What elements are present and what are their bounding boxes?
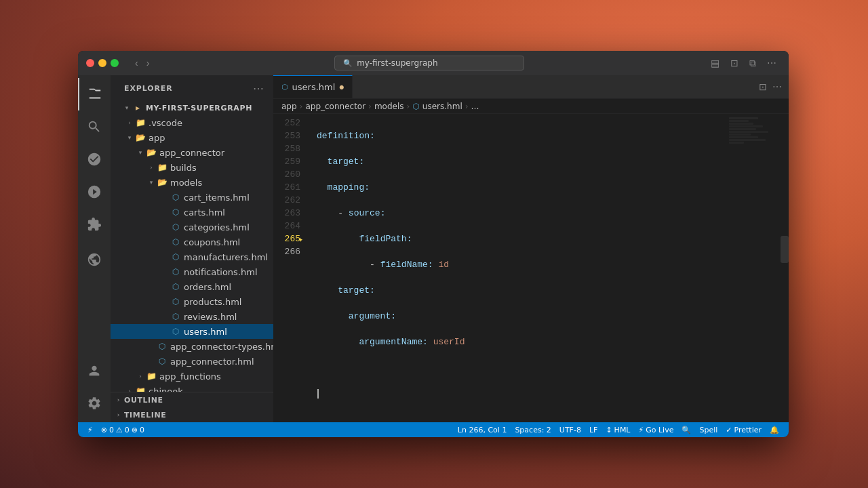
- breadcrumb-app-connector[interactable]: app_connector: [305, 102, 366, 111]
- eol-label: LF: [589, 426, 597, 434]
- minimize-button[interactable]: [98, 59, 106, 67]
- status-eol[interactable]: LF: [585, 426, 601, 434]
- tree-carts[interactable]: ⬡ carts.hml: [111, 205, 273, 220]
- outline-section[interactable]: OUTLINE: [111, 392, 273, 407]
- activity-explorer[interactable]: [78, 78, 111, 110]
- status-golive[interactable]: ⚡ Go Live: [635, 426, 678, 434]
- activity-run-debug[interactable]: [78, 176, 111, 208]
- code-indent: [317, 310, 349, 323]
- tab-users-hml[interactable]: ⬡ users.hml ●: [273, 75, 353, 98]
- close-button[interactable]: [86, 59, 94, 67]
- text-cursor: [317, 389, 319, 399]
- status-errors[interactable]: ⊗ 0 ⚠ 0 ⊗ 0: [97, 426, 149, 434]
- tree-app-connector[interactable]: 📂 app_connector: [111, 145, 273, 160]
- search-bar[interactable]: 🔍 my-first-supergraph: [334, 56, 524, 70]
- tree-app-connector-hml[interactable]: ⬡ app_connector.hml: [111, 354, 273, 369]
- tree-notifications[interactable]: ⬡ notifications.hml: [111, 264, 273, 279]
- tree-categories[interactable]: ⬡ categories.hml: [111, 220, 273, 235]
- git-icon: [87, 152, 102, 167]
- reviews-label: reviews.hml: [184, 312, 237, 322]
- lang-label: HML: [614, 426, 631, 434]
- activity-extensions[interactable]: [78, 208, 111, 241]
- tree-products[interactable]: ⬡ products.hml: [111, 294, 273, 309]
- tree-manufacturers[interactable]: ⬡ manufacturers.hml: [111, 249, 273, 264]
- split-editor-tab-button[interactable]: ⊡: [757, 80, 768, 94]
- tree-users[interactable]: ⬡ users.hml: [111, 324, 273, 339]
- editor-layout-button[interactable]: ⊡: [726, 56, 743, 70]
- tree-app-connector-types[interactable]: ⬡ app_connector-types.hml: [111, 339, 273, 354]
- tree-reviews[interactable]: ⬡ reviews.hml: [111, 309, 273, 324]
- chinook-arrow: [124, 386, 135, 392]
- tree-orders[interactable]: ⬡ orders.hml: [111, 279, 273, 294]
- status-language[interactable]: ↕ HML: [601, 426, 634, 434]
- timeline-arrow: [113, 409, 124, 420]
- sidebar-bottom: OUTLINE TIMELINE: [111, 392, 273, 422]
- maximize-button[interactable]: [111, 59, 119, 67]
- activity-remote[interactable]: [78, 243, 111, 276]
- activity-settings[interactable]: [78, 387, 111, 420]
- products-icon: ⬡: [170, 296, 181, 307]
- back-button[interactable]: ‹: [132, 56, 141, 70]
- breadcrumb-filename[interactable]: users.hml: [422, 102, 462, 111]
- tree-cart-items[interactable]: ⬡ cart_items.hml: [111, 190, 273, 205]
- tab-filename: users.hml: [292, 82, 336, 92]
- code-editor[interactable]: 252 253 258 259 260 261 262 263 264 265 …: [273, 114, 789, 422]
- af-folder-icon: 📁: [146, 371, 157, 382]
- activity-source-control[interactable]: [78, 143, 111, 176]
- status-prettier[interactable]: ✓ Prettier: [722, 426, 766, 434]
- breadcrumb-app[interactable]: app: [281, 102, 297, 111]
- activity-accounts[interactable]: [78, 354, 111, 387]
- root-folder-icon: ▸: [132, 102, 143, 113]
- app-connector-arrow: [135, 147, 146, 158]
- files-icon: [87, 87, 102, 102]
- sidebar-toggle-button[interactable]: ▤: [707, 56, 724, 70]
- golive-icon: ⚡: [639, 426, 644, 434]
- split-editor-button[interactable]: ⧉: [745, 56, 760, 70]
- editor-scrollbar[interactable]: [781, 114, 789, 422]
- status-spell[interactable]: Spell: [695, 426, 722, 434]
- status-search[interactable]: 🔍: [677, 426, 695, 434]
- tab-actions: ⊡ ⋯: [752, 75, 789, 98]
- status-remote[interactable]: ⚡: [83, 426, 97, 434]
- status-encoding[interactable]: UTF-8: [555, 426, 585, 434]
- breadcrumb-models[interactable]: models: [374, 102, 404, 111]
- minimap-line: [729, 139, 766, 141]
- code-line-261: - fieldName: id: [317, 258, 726, 271]
- new-file-button[interactable]: ⋯: [252, 81, 265, 96]
- tree-builds[interactable]: 📁 builds: [111, 160, 273, 175]
- tree-app[interactable]: 📂 app: [111, 130, 273, 145]
- bell-icon: 🔔: [770, 426, 779, 434]
- forward-button[interactable]: ›: [144, 56, 153, 70]
- more-tab-actions-button[interactable]: ⋯: [771, 80, 783, 94]
- status-notifications[interactable]: 🔔: [766, 426, 783, 434]
- status-spaces[interactable]: Spaces: 2: [511, 426, 555, 434]
- prettier-label: Prettier: [734, 426, 762, 434]
- minimap-line: [729, 125, 763, 127]
- tree-root[interactable]: ▸ MY-FIRST-SUPERGRAPH: [111, 100, 273, 115]
- file-tree[interactable]: ▸ MY-FIRST-SUPERGRAPH 📁 .vscode 📂 app: [111, 99, 273, 392]
- status-cursor[interactable]: Ln 266, Col 1: [454, 426, 511, 434]
- tab-file-icon: ⬡: [281, 83, 288, 92]
- more-actions-button[interactable]: ⋯: [763, 56, 781, 70]
- builds-folder-icon: 📁: [157, 162, 167, 173]
- code-token: fieldPath:: [359, 232, 412, 245]
- code-token: target:: [338, 284, 375, 297]
- timeline-section[interactable]: TIMELINE: [111, 407, 273, 422]
- minimap-line: [729, 142, 744, 144]
- code-content[interactable]: definition: target: mapping: - source: f…: [306, 114, 726, 422]
- spell-label: Spell: [699, 426, 717, 434]
- coupons-icon: ⬡: [170, 237, 181, 247]
- tree-app-functions[interactable]: 📁 app_functions: [111, 369, 273, 384]
- builds-label: builds: [170, 163, 197, 173]
- activity-search[interactable]: [78, 110, 111, 143]
- models-folder-icon: 📂: [157, 177, 167, 188]
- notifications-label: notifications.hml: [184, 267, 258, 277]
- reviews-icon: ⬡: [170, 311, 181, 322]
- tree-models[interactable]: 📂 models: [111, 175, 273, 190]
- tree-chinook[interactable]: 📁 chinook: [111, 384, 273, 392]
- tabs-bar: ⬡ users.hml ● ⊡ ⋯: [273, 75, 789, 99]
- carts-label: carts.hml: [184, 207, 225, 218]
- tree-coupons[interactable]: ⬡ coupons.hml: [111, 235, 273, 249]
- tree-vscode[interactable]: 📁 .vscode: [111, 115, 273, 130]
- breadcrumb-ellipsis[interactable]: …: [471, 102, 479, 111]
